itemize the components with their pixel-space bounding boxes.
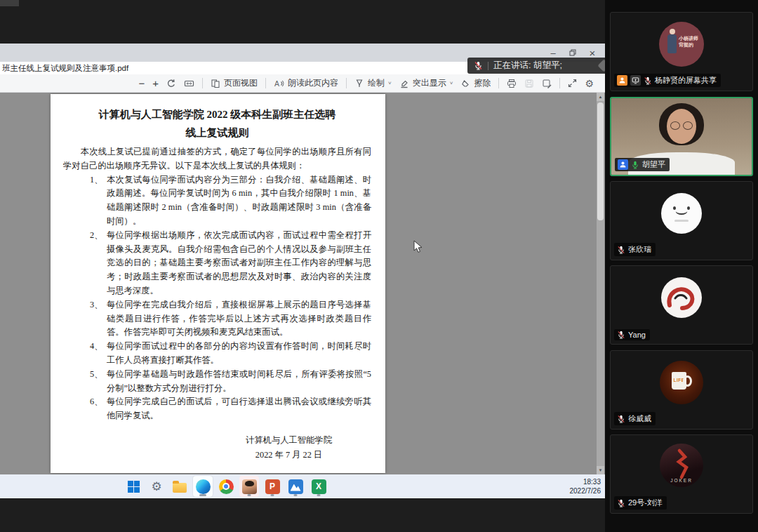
participant-name-badge: 胡望平 <box>615 158 670 171</box>
zoom-out-button[interactable]: − <box>139 77 145 89</box>
pdf-settings-button[interactable]: ⚙ <box>585 79 594 88</box>
edge-browser-window: – × 班主任线上复试规则及注意事项.pdf − + <box>0 44 605 474</box>
active-app-indicator <box>317 494 321 496</box>
mic-muted-icon <box>617 499 625 507</box>
settings-gear-icon: ⚙ <box>151 481 161 493</box>
scroll-up-arrow[interactable]: ▲ <box>597 93 604 101</box>
avatar: 小杨讲师 背挺的 <box>659 22 704 67</box>
active-app-indicator <box>248 494 251 496</box>
fullscreen-button[interactable] <box>568 79 577 88</box>
chevron-down-icon: ˅ <box>450 80 453 86</box>
tab-title: 班主任线上复试规则及注意事项.pdf <box>2 63 128 74</box>
mic-muted-icon <box>617 331 625 339</box>
fit-width-icon <box>184 79 194 88</box>
participant-tile[interactable]: 胡望平 <box>610 97 753 176</box>
settings-app-button[interactable]: ⚙ <box>147 476 166 497</box>
pdf-toolbar: − + 页面视图 A 朗读此页内容 <box>0 74 605 93</box>
meeting-app-icon <box>242 479 257 494</box>
close-icon: × <box>590 47 596 59</box>
zoom-in-button[interactable]: + <box>152 77 159 89</box>
mug-graphic: LIFE <box>672 372 686 390</box>
mic-on-icon <box>631 161 639 169</box>
list-item: 6、每位同学完成自己的面试后，可自行选择退出腾讯会议或继续旁听其他同学复试。 <box>63 395 371 423</box>
participant-tile[interactable]: Yang <box>610 265 753 345</box>
participant-tile[interactable]: LIFE 徐威威 <box>610 350 753 430</box>
participant-name-badge: 杨静贤的屏幕共享 <box>614 74 721 87</box>
toolbar-separator <box>346 78 347 88</box>
print-button[interactable] <box>507 79 517 88</box>
page-view-label: 页面视图 <box>224 77 258 89</box>
blue-app-button[interactable] <box>286 476 305 497</box>
presenter-icon <box>617 75 627 86</box>
mic-muted-icon <box>617 415 625 423</box>
fit-width-button[interactable] <box>184 79 194 88</box>
clock-time: 18:33 <box>552 477 601 486</box>
participant-icon <box>618 159 628 170</box>
participant-tile[interactable]: 张欣瑞 <box>610 181 753 260</box>
page-view-icon <box>211 79 220 88</box>
zoom-out-icon: − <box>139 77 145 89</box>
toolbar-separator <box>559 78 560 88</box>
edge-app-button[interactable] <box>193 476 213 497</box>
save-icon <box>524 79 534 88</box>
excel-icon: X <box>312 479 326 494</box>
chrome-browser-icon <box>219 479 234 494</box>
folder-icon <box>173 483 187 493</box>
scrollbar-thumb[interactable] <box>597 102 604 220</box>
document-footer: 计算机与人工智能学院 2022 年 7 月 22 日 <box>246 433 332 463</box>
list-item: 5、每位同学基础题与时政题作答结束或时间耗尽后，所有评委将按照“5分制”以整数方… <box>63 368 371 396</box>
mic-muted-icon <box>644 77 652 85</box>
erase-button[interactable]: 擦除 <box>460 77 491 89</box>
save-as-icon <box>542 79 552 88</box>
active-app-indicator <box>199 494 206 496</box>
print-icon <box>507 79 517 88</box>
chrome-app-button[interactable] <box>216 476 236 497</box>
highlight-label: 突出显示 <box>413 77 446 89</box>
mic-muted-icon <box>474 61 483 70</box>
save-button[interactable] <box>524 79 534 88</box>
draw-label: 绘制 <box>368 77 385 89</box>
toolbar-separator <box>202 78 203 88</box>
participant-name: 29号-刘洋 <box>628 498 663 508</box>
draw-icon <box>354 79 364 88</box>
file-explorer-button[interactable] <box>170 476 190 497</box>
windows-taskbar: ⚙ P X 18:33 2022/7/26 <box>0 474 605 498</box>
list-item: 3、每位同学在完成自我介绍后，直接根据屏幕上展示的题目序号选择基础类题目进行作答… <box>63 298 371 340</box>
avatar-text: 小杨讲师 背挺的 <box>679 35 698 48</box>
participant-tile[interactable]: 小杨讲师 背挺的 杨静贤的屏幕共享 <box>610 12 753 91</box>
page-view-button[interactable]: 页面视图 <box>211 77 258 89</box>
read-aloud-button[interactable]: A 朗读此页内容 <box>274 77 338 89</box>
pdf-viewer: 计算机与人工智能学院 2022 级本科生副班主任选聘 线上复试规则 本次线上复试… <box>0 93 605 474</box>
meeting-window: – × 班主任线上复试规则及注意事项.pdf − + <box>0 0 758 532</box>
pdf-scrollbar[interactable]: ▲ ▼ <box>597 93 604 474</box>
avatar-figure <box>667 34 677 53</box>
highlight-button[interactable]: 突出显示 ˅ <box>399 77 453 89</box>
read-aloud-icon: A <box>274 79 284 88</box>
avatar: LIFE <box>660 361 703 404</box>
participant-tile[interactable]: JOKER 29号-刘洋 <box>610 434 753 514</box>
shared-screen-area: – × 班主任线上复试规则及注意事项.pdf − + <box>0 0 605 532</box>
speaking-indicator-bar: 正在讲话: 胡望平; <box>467 58 627 74</box>
erase-icon <box>460 79 470 88</box>
avatar-label: LIFE <box>672 378 686 383</box>
chevron-down-icon: ˅ <box>388 80 392 86</box>
taskbar-clock[interactable]: 18:33 2022/7/26 <box>552 477 601 496</box>
toolbar-separator <box>265 78 266 88</box>
avatar <box>661 193 702 234</box>
save-as-button[interactable] <box>542 79 552 88</box>
meeting-app-button[interactable] <box>239 476 259 497</box>
powerpoint-app-button[interactable]: P <box>262 476 282 497</box>
participant-name: 杨静贤的屏幕共享 <box>655 75 717 86</box>
start-button[interactable] <box>124 476 143 497</box>
participant-name: 张欣瑞 <box>628 244 651 255</box>
rotate-button[interactable] <box>166 79 176 88</box>
active-app-indicator <box>294 494 298 496</box>
scroll-down-arrow[interactable]: ▼ <box>597 466 604 474</box>
list-item: 4、每位同学面试过程中的各部分的内容均设置有作答时间，时间耗尽时工作人员将直接打… <box>63 340 371 368</box>
zoom-in-icon: + <box>152 77 159 89</box>
avatar <box>661 277 702 318</box>
mouse-cursor <box>413 240 423 253</box>
draw-button[interactable]: 绘制 ˅ <box>354 77 392 89</box>
participant-name-badge: 徐威威 <box>614 412 656 425</box>
excel-app-button[interactable]: X <box>309 476 328 497</box>
